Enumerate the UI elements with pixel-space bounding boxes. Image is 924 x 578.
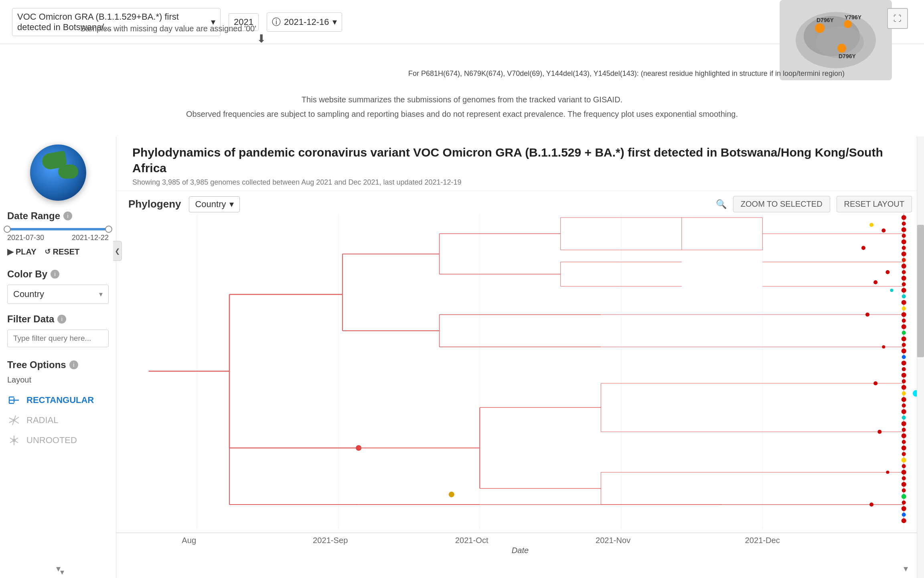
sidebar-bottom-chevron-icon[interactable]: ▾	[56, 564, 61, 574]
svg-point-101	[902, 264, 906, 269]
filter-section: Filter Data i	[7, 313, 109, 347]
filter-title: Filter Data	[7, 313, 54, 325]
svg-point-135	[902, 470, 906, 474]
zoom-selected-button[interactable]: ZOOM TO SELECTED	[733, 196, 830, 212]
rectangular-icon	[7, 393, 21, 407]
date-range-slider[interactable]	[7, 228, 109, 230]
play-reset-row: ▶ PLAY ↺ RESET	[7, 247, 109, 256]
main-vertical-scrollbar[interactable]	[917, 136, 924, 578]
tree-options-title: Tree Options	[7, 359, 66, 370]
sidebar-toggle-button[interactable]: ❮	[113, 241, 122, 261]
svg-point-133	[902, 458, 906, 462]
color-by-section: Color By i Country ▾	[7, 269, 109, 304]
svg-point-131	[902, 446, 906, 450]
svg-point-137	[902, 482, 906, 487]
svg-point-100	[902, 258, 906, 262]
date-range-info-button[interactable]: i	[63, 212, 72, 220]
svg-point-151	[882, 345, 885, 348]
scrollbar-thumb[interactable]	[917, 225, 924, 357]
svg-point-153	[877, 430, 881, 434]
radial-label: RADIAL	[26, 415, 58, 425]
svg-point-122	[902, 391, 906, 395]
svg-point-125	[902, 409, 906, 414]
phylo-tree-area[interactable]: Aug 2021-Sep 2021-Oct 2021-Nov 2021-Dec …	[116, 214, 924, 578]
svg-point-116	[902, 355, 906, 359]
filter-info-button[interactable]: i	[57, 315, 66, 324]
svg-point-119	[902, 373, 906, 378]
color-by-info-button[interactable]: i	[51, 270, 59, 279]
phylo-search-button[interactable]: 🔍	[716, 199, 727, 210]
date-full-input[interactable]: ⓘ 2021-12-16 ▾	[267, 12, 342, 32]
phylo-color-dropdown[interactable]: Country ▾	[189, 196, 239, 212]
layout-rectangular[interactable]: RECTANGULAR	[7, 390, 109, 410]
globe-wrap	[7, 144, 109, 201]
svg-point-97	[902, 239, 906, 244]
svg-point-128	[902, 428, 906, 432]
svg-point-123	[902, 397, 906, 402]
color-by-header: Color By i	[7, 269, 109, 280]
reset-icon: ↺	[45, 247, 51, 256]
svg-point-105	[902, 288, 906, 293]
svg-text:2021-Oct: 2021-Oct	[455, 536, 488, 545]
tree-options-section: Tree Options i Layout RECTANGULAR	[7, 359, 109, 450]
filter-input[interactable]	[7, 330, 109, 347]
download-button[interactable]: ⬇	[257, 32, 266, 45]
svg-point-142	[902, 513, 906, 517]
reset-layout-button[interactable]: RESET LAYOUT	[837, 196, 912, 212]
svg-point-149	[886, 270, 890, 274]
slider-fill	[7, 228, 109, 230]
tree-options-info-button[interactable]: i	[69, 360, 78, 369]
svg-point-113	[902, 336, 906, 341]
svg-point-6	[837, 44, 846, 53]
svg-text:2021-Sep: 2021-Sep	[313, 536, 348, 545]
svg-point-144	[881, 228, 886, 232]
svg-point-126	[902, 416, 906, 420]
svg-point-5	[844, 20, 852, 28]
svg-point-108	[902, 307, 906, 311]
svg-point-130	[902, 440, 906, 444]
svg-point-140	[902, 501, 906, 505]
svg-point-120	[902, 379, 906, 383]
svg-text:Y796Y: Y796Y	[845, 14, 862, 20]
svg-point-129	[902, 434, 906, 438]
svg-point-106	[902, 294, 906, 298]
phylo-bottom-chevron-icon[interactable]: ▾	[904, 564, 908, 574]
info-line1: This website summarizes the submissions …	[0, 92, 924, 107]
filter-header: Filter Data i	[7, 313, 109, 325]
svg-point-104	[902, 282, 906, 286]
search-icon: 🔍	[716, 199, 727, 209]
sidebar: Date Range i 2021-07-30 2021-12-22 ▶ PLA…	[0, 136, 116, 578]
svg-point-94	[902, 222, 906, 226]
svg-text:D796Y: D796Y	[817, 17, 834, 23]
date-range-header: Date Range i	[7, 210, 109, 222]
radial-icon	[7, 413, 21, 427]
svg-point-96	[902, 234, 906, 238]
svg-point-99	[902, 252, 906, 256]
date-start-label: 2021-07-30	[7, 234, 44, 242]
maximize-button[interactable]: ⛶	[887, 8, 908, 29]
slider-thumb-left[interactable]	[4, 226, 11, 233]
reset-button[interactable]: ↺ RESET	[45, 247, 80, 256]
date-full-value: 2021-12-16	[284, 17, 329, 27]
download-icon: ⬇	[257, 33, 266, 45]
svg-point-95	[902, 227, 906, 232]
missing-day-note: Samples with missing day value are assig…	[80, 24, 256, 33]
svg-point-147	[873, 280, 877, 284]
date-end-label: 2021-12-22	[72, 234, 109, 242]
layout-radial[interactable]: RADIAL	[7, 410, 109, 430]
svg-point-115	[902, 348, 906, 353]
slider-thumb-right[interactable]	[105, 226, 112, 233]
phylo-chevron-icon: ▾	[229, 199, 234, 210]
svg-point-114	[902, 343, 906, 347]
main-panels: Phylodynamics of pandemic coronavirus va…	[116, 136, 924, 578]
info-icon: ⓘ	[272, 16, 281, 28]
color-by-dropdown[interactable]: Country ▾	[7, 285, 109, 304]
svg-point-127	[902, 421, 906, 426]
layout-unrooted[interactable]: UNROOTED	[7, 430, 109, 450]
svg-point-121	[902, 385, 906, 390]
play-button[interactable]: ▶ PLAY	[7, 247, 36, 256]
svg-point-132	[902, 452, 906, 456]
svg-point-143	[902, 518, 906, 523]
page-main-title: Phylodynamics of pandemic coronavirus va…	[132, 144, 908, 176]
date-range-title: Date Range	[7, 210, 60, 222]
